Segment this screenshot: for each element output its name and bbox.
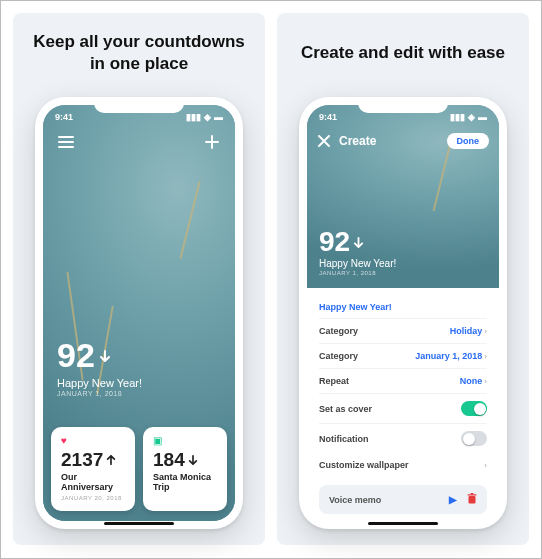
row-notification: Notification — [319, 423, 487, 453]
arrow-down-icon — [188, 455, 198, 465]
countdown-date: JANUARY 1, 2018 — [319, 270, 396, 276]
done-button[interactable]: Done — [447, 133, 490, 149]
countdown-number: 92 — [319, 226, 350, 258]
svg-rect-12 — [468, 494, 477, 495]
wallpaper: 9:41 ▮▮▮ ◈ ▬ — [43, 105, 235, 521]
chevron-right-icon: › — [484, 461, 487, 470]
signal-icon: ▮▮▮ — [450, 112, 465, 122]
chevron-right-icon: › — [484, 377, 487, 386]
battery-icon: ▬ — [214, 112, 223, 122]
row-key: Repeat — [319, 376, 349, 386]
close-icon[interactable] — [317, 134, 331, 148]
create-header: 9:41 ▮▮▮ ◈ ▬ Create Done 92 — [307, 105, 499, 288]
slide-title: Create and edit with ease — [285, 27, 521, 79]
arrow-down-icon — [353, 237, 364, 248]
home-indicator[interactable] — [104, 522, 174, 525]
card-number: 184 — [153, 449, 185, 471]
status-time: 9:41 — [319, 112, 337, 122]
row-key: Category — [319, 326, 358, 336]
card-label: Santa Monica Trip — [153, 473, 217, 493]
trash-icon[interactable] — [467, 493, 477, 506]
create-title: Create — [339, 134, 376, 148]
card-number: 2137 — [61, 449, 103, 471]
menu-icon[interactable] — [57, 133, 75, 151]
phone-mock-left: 9:41 ▮▮▮ ◈ ▬ — [35, 97, 243, 529]
signal-icon: ▮▮▮ — [186, 112, 201, 122]
svg-rect-13 — [471, 493, 474, 494]
row-value: Holiday — [450, 326, 483, 336]
phone-mock-right: 9:41 ▮▮▮ ◈ ▬ Create Done 92 — [299, 97, 507, 529]
card-label: Our Anniversary — [61, 473, 125, 493]
card-date: JANUARY 20, 2018 — [61, 495, 125, 501]
wifi-icon: ◈ — [204, 112, 211, 122]
featured-countdown[interactable]: 92 Happy New Year! JANUARY 1, 2018 — [57, 336, 142, 397]
svg-rect-11 — [469, 496, 476, 504]
row-set-as-cover: Set as cover — [319, 393, 487, 423]
notification-toggle[interactable] — [461, 431, 487, 446]
cover-toggle[interactable] — [461, 401, 487, 416]
customize-label: Customize wallpaper — [319, 460, 409, 470]
voice-memo-label: Voice memo — [329, 495, 381, 505]
app-store-slide-left: Keep all your countdowns in one place 9:… — [13, 13, 265, 545]
wifi-icon: ◈ — [468, 112, 475, 122]
heart-icon: ♥ — [61, 435, 125, 447]
app-store-slide-right: Create and edit with ease 9:41 ▮▮▮ ◈ ▬ — [277, 13, 529, 545]
battery-icon: ▬ — [478, 112, 487, 122]
countdown-card[interactable]: ♥ 2137 Our Anniversary JANUARY 20, 2018 — [51, 427, 135, 511]
countdown-number: 92 — [57, 336, 95, 375]
row-category[interactable]: Category Holiday› — [319, 318, 487, 343]
arrow-up-icon — [106, 455, 116, 465]
countdown-card[interactable]: ▣ 184 Santa Monica Trip — [143, 427, 227, 511]
countdown-date: JANUARY 1, 2018 — [57, 390, 142, 397]
row-value: None — [460, 376, 483, 386]
arrow-down-icon — [99, 350, 111, 362]
countdown-label: Happy New Year! — [319, 258, 396, 269]
voice-memo-box: Voice memo ▶ — [319, 485, 487, 514]
row-date[interactable]: Category January 1, 2018› — [319, 343, 487, 368]
chevron-right-icon: › — [484, 352, 487, 361]
countdown-preview: 92 Happy New Year! JANUARY 1, 2018 — [319, 226, 396, 276]
chevron-right-icon: › — [484, 327, 487, 336]
row-repeat[interactable]: Repeat None› — [319, 368, 487, 393]
home-indicator[interactable] — [368, 522, 438, 525]
row-key: Set as cover — [319, 404, 372, 414]
row-customize-wallpaper[interactable]: Customize wallpaper › — [319, 453, 487, 477]
status-time: 9:41 — [55, 112, 73, 122]
row-key: Category — [319, 351, 358, 361]
name-field[interactable]: Happy New Year! — [319, 296, 487, 318]
play-icon[interactable]: ▶ — [449, 494, 457, 505]
slide-title: Keep all your countdowns in one place — [13, 27, 265, 79]
add-icon[interactable] — [203, 133, 221, 151]
countdown-label: Happy New Year! — [57, 377, 142, 389]
calendar-icon: ▣ — [153, 435, 217, 447]
row-key: Notification — [319, 434, 369, 444]
row-value: January 1, 2018 — [415, 351, 482, 361]
